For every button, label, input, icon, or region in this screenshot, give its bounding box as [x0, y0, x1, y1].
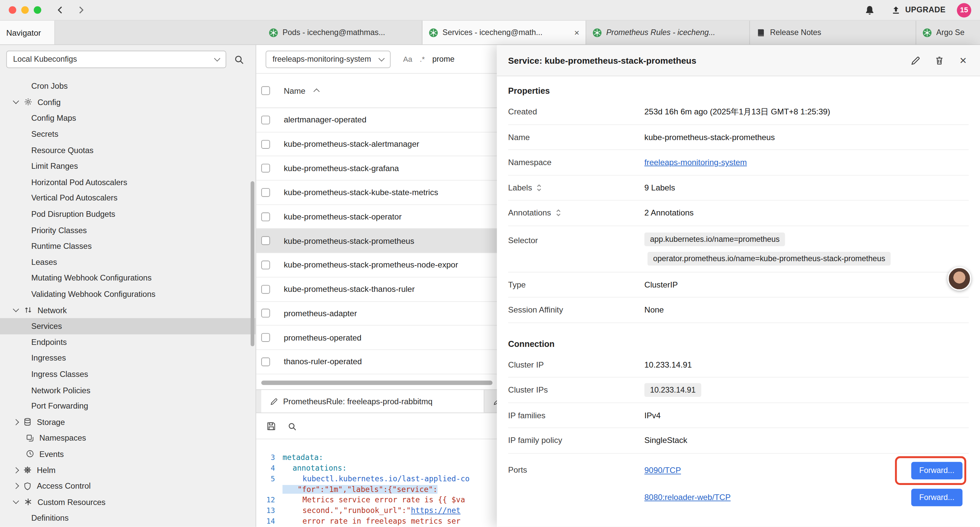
row-checkbox[interactable] [261, 261, 270, 269]
namespace-link[interactable]: freeleaps-monitoring-system [644, 158, 747, 167]
sidebar-group-custom-resources[interactable]: Custom Resources [0, 494, 256, 510]
kubeconfig-select[interactable]: Local Kubeconfigs [6, 51, 226, 68]
delete-button[interactable] [934, 55, 945, 66]
minimize-window-button[interactable] [21, 6, 29, 14]
sidebar-item-leases[interactable]: Leases [0, 254, 256, 270]
edit-button[interactable] [910, 55, 921, 66]
sidebar-scrollbar[interactable] [250, 181, 254, 346]
forward-button[interactable] [74, 2, 89, 18]
sidebar-item-config-maps[interactable]: Config Maps [0, 110, 256, 126]
row-checkbox[interactable] [261, 236, 270, 245]
editor-search-button[interactable] [288, 422, 297, 431]
port-link[interactable]: 9090/TCP [644, 466, 681, 475]
sidebar-item-secrets[interactable]: Secrets [0, 126, 256, 142]
sidebar-item-ingresses[interactable]: Ingresses [0, 350, 256, 366]
sidebar-item-mutating-webhook-configurations[interactable]: Mutating Webhook Configurations [0, 270, 256, 286]
tab-argo[interactable]: Argo Se [916, 21, 980, 45]
close-window-button[interactable] [9, 6, 16, 14]
sidebar-item-cron-jobs[interactable]: Cron Jobs [0, 78, 256, 94]
main-area: Local Kubeconfigs Cron Jobs Config Confi… [0, 45, 980, 527]
name-column-header[interactable]: Name [284, 86, 305, 96]
sidebar-item-port-forwarding[interactable]: Port Forwarding [0, 398, 256, 414]
sidebar-item-namespaces[interactable]: Namespaces [0, 430, 256, 446]
sidebar-item-horizontal-pod-autoscalers[interactable]: Horizontal Pod Autoscalers [0, 174, 256, 190]
chevron-down-icon[interactable] [13, 498, 19, 504]
select-all-checkbox[interactable] [261, 86, 270, 95]
services-search-input[interactable]: Aa .* prome [403, 55, 455, 64]
service-name: kube-prometheus-stack-kube-state-metrics [284, 188, 438, 197]
notification-count-badge[interactable]: 15 [957, 3, 971, 17]
row-checkbox[interactable] [261, 309, 270, 318]
row-checkbox[interactable] [261, 285, 270, 293]
tab-close-icon[interactable]: × [574, 27, 579, 37]
property-row-annotations: Annotations 2 Annotations [508, 201, 969, 226]
tab-services[interactable]: Services - icecheng@math... × [423, 21, 586, 45]
sidebar-item-resource-quotas[interactable]: Resource Quotas [0, 142, 256, 158]
tab-pods[interactable]: Pods - icecheng@mathmas... [262, 21, 423, 45]
sidebar-filter-row: Local Kubeconfigs [0, 45, 256, 71]
chevron-right-icon[interactable] [13, 419, 19, 425]
close-icon[interactable]: × [958, 55, 969, 66]
chevron-down-icon[interactable] [13, 306, 19, 312]
sidebar-group-config[interactable]: Config [0, 94, 256, 110]
row-checkbox[interactable] [261, 140, 270, 148]
yaml-url-link: https://net [411, 506, 461, 515]
property-label: Cluster IPs [508, 385, 644, 395]
chevron-right-icon[interactable] [13, 483, 19, 489]
tab-release-notes[interactable]: Release Notes [750, 21, 916, 45]
row-checkbox[interactable] [261, 115, 270, 124]
row-checkbox[interactable] [261, 164, 270, 172]
row-checkbox[interactable] [261, 212, 270, 221]
sidebar-item-endpoints[interactable]: Endpoints [0, 334, 256, 350]
sidebar-item-validating-webhook-configurations[interactable]: Validating Webhook Configurations [0, 286, 256, 302]
navigator-panel-tab[interactable]: Navigator [0, 21, 55, 45]
row-checkbox[interactable] [261, 357, 270, 366]
row-checkbox[interactable] [261, 333, 270, 342]
user-avatar[interactable] [948, 267, 971, 291]
storage-cylinder-icon [22, 417, 32, 427]
chevron-down-icon[interactable] [13, 98, 19, 104]
regex-toggle[interactable]: .* [420, 55, 425, 64]
sidebar-item-ingress-classes[interactable]: Ingress Classes [0, 366, 256, 382]
navigator-sidebar: Local Kubeconfigs Cron Jobs Config Confi… [0, 45, 256, 527]
upgrade-button[interactable]: UPGRADE [892, 5, 946, 15]
chevron-right-icon[interactable] [13, 467, 19, 473]
sidebar-item-label: Network Policies [31, 385, 91, 395]
row-checkbox[interactable] [261, 188, 270, 197]
sidebar-item-limit-ranges[interactable]: Limit Ranges [0, 158, 256, 174]
sidebar-group-access-control[interactable]: Access Control [0, 478, 256, 494]
property-label: Session Affinity [508, 305, 644, 315]
notifications-bell-icon[interactable] [862, 3, 876, 17]
editor-tab-prometheusrule[interactable]: PrometheusRule: freeleaps-prod-rabbitmq [261, 390, 484, 412]
forward-button[interactable]: Forward... [911, 462, 963, 479]
sidebar-item-pod-disruption-budgets[interactable]: Pod Disruption Budgets [0, 206, 256, 222]
sidebar-group-storage[interactable]: Storage [0, 414, 256, 430]
property-value: 2 Annotations [644, 208, 694, 218]
back-button[interactable] [52, 2, 67, 18]
namespace-select[interactable]: freeleaps-monitoring-system [266, 50, 391, 68]
tab-prometheus-rules[interactable]: Prometheus Rules - icecheng... [586, 21, 750, 45]
port-link[interactable]: 8080:reloader-web/TCP [644, 492, 731, 502]
zoom-window-button[interactable] [34, 6, 41, 14]
sidebar-item-priority-classes[interactable]: Priority Classes [0, 222, 256, 238]
sidebar-group-helm[interactable]: Helm [0, 462, 256, 478]
expand-collapse-icon[interactable] [536, 183, 542, 191]
sidebar-item-network-policies[interactable]: Network Policies [0, 382, 256, 398]
sidebar-item-events[interactable]: Events [0, 446, 256, 462]
sidebar-item-definitions[interactable]: Definitions [0, 510, 256, 526]
horizontal-scrollbar[interactable] [261, 381, 492, 385]
sidebar-item-runtime-classes[interactable]: Runtime Classes [0, 238, 256, 254]
match-case-toggle[interactable]: Aa [403, 55, 413, 64]
property-label: Created [508, 107, 644, 116]
cluster-tabs: Pods - icecheng@mathmas... Services - ic… [262, 21, 980, 45]
connection-heading: Connection [508, 339, 969, 348]
forward-button[interactable]: Forward... [911, 488, 963, 506]
sidebar-item-label: Validating Webhook Configurations [31, 290, 156, 299]
save-button[interactable] [266, 421, 276, 431]
sidebar-item-services[interactable]: Services [0, 318, 256, 334]
helm-wheel-icon [22, 465, 32, 474]
sidebar-search-button[interactable] [234, 54, 245, 65]
sidebar-group-network[interactable]: Network [0, 302, 256, 318]
expand-collapse-icon[interactable] [555, 209, 561, 217]
sidebar-item-vertical-pod-autoscalers[interactable]: Vertical Pod Autoscalers [0, 190, 256, 206]
